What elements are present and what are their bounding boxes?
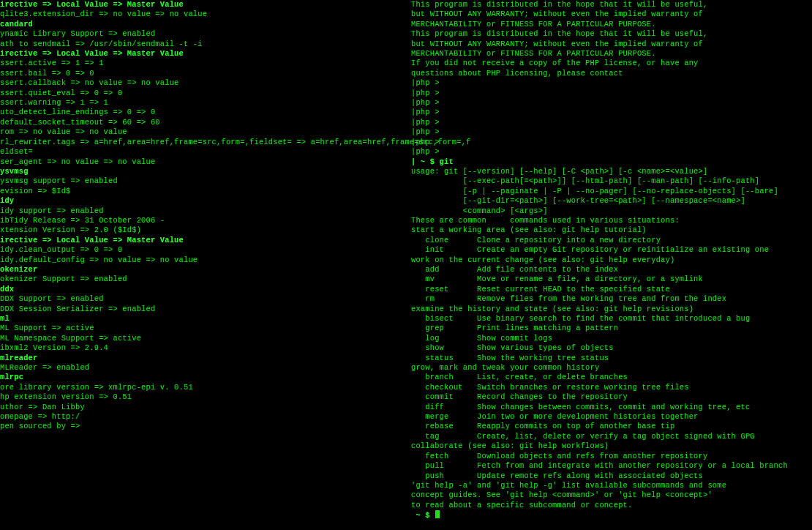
terminal-line: ssert.active => 1 => 1 [0,59,471,68]
terminal-line: idy support => enabled [0,206,471,216]
terminal-line: DDX Support => enabled [0,294,471,304]
terminal-line: This program is distributed in the hope … [411,29,788,39]
terminal-line: to read about a specific subcommand or c… [411,501,788,510]
terminal-line: grep Print lines matching a pattern [411,324,788,333]
terminal-line: clone Clone a repository into a new dire… [411,236,788,245]
terminal-line: |php > [411,89,788,98]
terminal-line: grow, mark and tweak your common history [411,363,788,373]
terminal-line: irective => Local Value => Master Value [0,49,471,59]
terminal-line: ser_agent => no value => no value [0,157,471,167]
terminal-line: | ~ $ git [411,157,788,167]
terminal-line: mlrpc [0,373,471,382]
terminal-line: work on the current change (see also: gi… [411,255,788,265]
terminal-line: questions about PHP licensing, please co… [411,69,788,78]
terminal-line: These are common commands used in variou… [411,216,788,225]
terminal-line: branch List, create, or delete branches [411,373,788,382]
terminal-line: okenizer [0,265,471,275]
terminal-line: qlite3.extension_dir => no value => no v… [0,10,471,19]
terminal-line: but WITHOUT ANY WARRANTY; without even t… [411,40,788,49]
terminal-line: |php > [411,98,788,108]
terminal-line: pull Fetch from and integrate with anoth… [411,461,788,471]
terminal-line: ssert.bail => 0 => 0 [0,69,471,78]
terminal-line: reset Reset current HEAD to the specifie… [411,285,788,294]
terminal-line: idy.clean_output => 0 => 0 [0,245,471,255]
terminal-line: tag Create, list, delete or verify a tag… [411,432,788,441]
terminal-line: ssert.quiet_eval => 0 => 0 [0,89,471,98]
terminal-line: ibxml2 Version => 2.9.4 [0,343,471,353]
terminal-line: add Add file contents to the index [411,265,788,275]
terminal-line: status Show the working tree status [411,354,788,363]
terminal-line: omepage => http:/ [0,412,471,422]
terminal-line: hp extension version => 0.51 [0,392,471,402]
terminal-line: collaborate (see also: git help workflow… [411,441,788,451]
terminal-line: init Create an empty Git repository or r… [411,245,788,255]
terminal-line: bisect Use binary search to find the com… [411,314,788,324]
terminal-line: but WITHOUT ANY WARRANTY; without even t… [411,10,788,19]
terminal-line: ibTidy Release => 31 October 2006 - [0,216,471,225]
terminal-line: examine the history and state (see also:… [411,305,788,314]
terminal-line: fetch Download objects and refs from ano… [411,452,788,461]
terminal-line: show Show various types of objects [411,343,788,353]
terminal-line: idy [0,196,471,206]
terminal-line: ML Namespace Support => active [0,334,471,343]
terminal-line: MLReader => enabled [0,363,471,373]
terminal-line: DDX Session Serializer => enabled [0,305,471,314]
terminal-line: okenizer Support => enabled [0,275,471,284]
terminal-line: ath to sendmail => /usr/sbin/sendmail -t… [0,40,471,49]
terminal-line: concept guides. See 'git help <command>'… [411,490,788,500]
terminal-line: usage: git [--version] [--help] [-C <pat… [411,167,788,176]
terminal-line: commit Record changes to the repository [411,392,788,402]
terminal-line: start a working area (see also: git help… [411,225,788,235]
terminal-line: idy.default_config => no value => no val… [0,255,471,265]
terminal-line: mlreader [0,354,471,363]
terminal-left-pane: irective => Local Value => Master Valueq… [0,0,471,432]
terminal-line: <command> [<args>] [411,206,788,216]
terminal-line: [--exec-path[=<path>]] [--html-path] [--… [411,176,788,186]
terminal-line: rom => no value => no value [0,127,471,137]
terminal-line: |php > [411,127,788,137]
terminal-line: MERCHANTABILITY or FITNESS FOR A PARTICU… [411,49,788,59]
terminal-line: eldset= [0,147,471,157]
terminal-line: candard [0,20,471,29]
terminal-line: irective => Local Value => Master Value [0,236,471,245]
terminal-line: |php > [411,118,788,127]
terminal-line: This program is distributed in the hope … [411,0,788,10]
terminal-line: irective => Local Value => Master Value [0,0,471,10]
terminal-line: ynamic Library Support => enabled [0,29,471,39]
terminal-line: ore library version => xmlrpc-epi v. 0.5… [0,383,471,392]
terminal-line: rm Remove files from the working tree an… [411,294,788,304]
terminal-line: ssert.warning => 1 => 1 [0,98,471,108]
terminal-line: ML Support => active [0,324,471,333]
terminal-line: pen sourced by => [0,422,471,431]
terminal-line: evision => $Id$ [0,187,471,196]
terminal-line: 'git help -a' and 'git help -g' list ava… [411,481,788,490]
terminal-line: |php > [411,108,788,117]
terminal-line: rl_rewriter.tags => a=href,area=href,fra… [0,138,471,147]
terminal-line: |php > [411,147,788,157]
terminal-line: log Show commit logs [411,334,788,343]
terminal-line: rebase Reapply commits on top of another… [411,422,788,431]
terminal-line: ysvmsg support => enabled [0,176,471,186]
terminal-line: uto_detect_line_endings => 0 => 0 [0,108,471,117]
terminal-line: ml [0,314,471,324]
terminal-line: merge Join two or more development histo… [411,412,788,422]
terminal-line: diff Show changes between commits, commi… [411,403,788,412]
terminal-line: xtension Version => 2.0 ($Id$) [0,225,471,235]
terminal-line: uthor => Dan Libby [0,403,471,412]
terminal-line: ysvmsg [0,167,471,176]
terminal-line: default_socket_timeout => 60 => 60 [0,118,471,127]
terminal-line: ~ $ [411,510,788,520]
terminal-line: ssert.callback => no value => no value [0,78,471,88]
terminal-line: ddx [0,285,471,294]
terminal-line: [--git-dir=<path>] [--work-tree=<path>] … [411,196,788,206]
terminal-line: checkout Switch branches or restore work… [411,383,788,392]
terminal-line: |php > [411,78,788,88]
terminal-right-pane[interactable]: This program is distributed in the hope … [411,0,788,521]
terminal-line: [-p | --paginate | -P | --no-pager] [--n… [411,187,788,196]
terminal-line: |php > [411,138,788,147]
cursor-icon [435,510,440,518]
terminal-line: If you did not receive a copy of the PHP… [411,59,788,68]
terminal-line: MERCHANTABILITY or FITNESS FOR A PARTICU… [411,20,788,29]
terminal-line: mv Move or rename a file, a directory, o… [411,275,788,284]
terminal-line: push Update remote refs along with assoc… [411,471,788,481]
